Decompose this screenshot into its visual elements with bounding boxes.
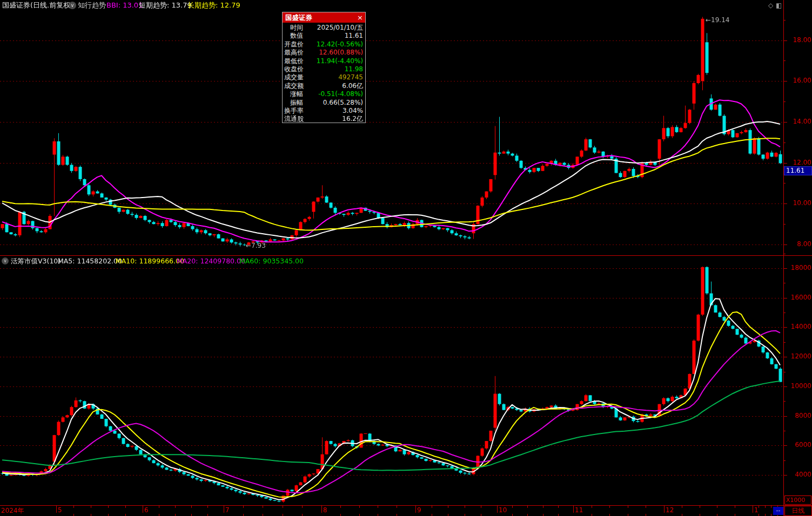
month-label: 7 [225, 506, 230, 514]
popup-row: 换手率3.04% [283, 107, 365, 115]
popup-row-label: 换手率 [284, 107, 304, 115]
axis-label: 16000 [786, 294, 811, 301]
popup-rows: 时间2025/01/10/五数值11.61开盘价12.42(-0.56%)最高价… [283, 23, 365, 124]
scale-box: X1000 [784, 495, 811, 505]
popup-row-label: 时间 [290, 24, 303, 32]
axis-label: 14000 [786, 323, 811, 330]
popup-row-value: 2025/01/10/五 [317, 24, 363, 32]
panel-toggle-icon[interactable]: ◧ [776, 0, 782, 11]
ma5-value-label: MA5: 11458202.00 [58, 256, 122, 266]
popup-row: 开盘价12.42(-0.56%) [283, 40, 365, 49]
popup-row-label: 振幅 [290, 99, 303, 107]
popup-row-label: 开盘价 [284, 40, 304, 49]
axis-label: 6000 [786, 441, 811, 449]
ma60-value-label: MA60: 9035345.00 [239, 256, 304, 266]
ma20-value-label: MA20: 12409780.00 [177, 256, 245, 266]
trading-app-window: 国盛证券(日线.前复权) ∨ 知行趋势 BBI: 13.01 短期趋势: 13.… [0, 0, 812, 516]
popup-row: 成交量492745 [283, 73, 365, 82]
popup-row-value: 16.2亿 [342, 115, 363, 123]
axis-label: 10000 [786, 382, 811, 390]
axis-label: 12000 [786, 352, 811, 360]
popup-row-value: 12.60(0.88%) [319, 49, 363, 57]
popup-row-label: 涨幅 [290, 90, 303, 98]
popup-row-value: 492745 [338, 73, 363, 82]
low-annotation: ←7.93 [246, 242, 266, 249]
popup-row: 振幅0.66(5.28%) [283, 99, 365, 107]
month-label: 6 [144, 506, 149, 514]
overlap-badge[interactable]: -- [773, 507, 783, 515]
popup-row-value: 6.06亿 [342, 82, 363, 90]
axis-label: 16.00 [786, 77, 811, 84]
popup-row-value: 3.04% [343, 107, 363, 115]
axis-label: 8.00 [786, 240, 811, 248]
symbol-title: 国盛证券(日线.前复权) [2, 0, 73, 11]
panel-divider-line[interactable] [0, 255, 812, 256]
popup-row-label: 数值 [290, 32, 303, 40]
popup-row-label: 收盘价 [284, 65, 304, 73]
month-label: 1 [754, 506, 759, 514]
price-panel-header: 国盛证券(日线.前复权) ∨ 知行趋势 BBI: 13.01 短期趋势: 13.… [0, 0, 812, 11]
popup-row: 成交额6.06亿 [283, 82, 365, 90]
axis-label: 14.00 [786, 118, 811, 125]
axis-label: 10.00 [786, 199, 811, 207]
axis-label: 18000 [786, 264, 811, 271]
popup-row-value: 12.42(-0.56%) [317, 40, 363, 49]
popup-row: 流通股16.2亿 [283, 115, 365, 123]
axis-label: 8000 [786, 412, 811, 419]
month-label: 8 [323, 506, 327, 514]
popup-row-value: 11.61 [345, 32, 363, 40]
popup-row-label: 最高价 [284, 49, 304, 57]
axis-label: 18.00 [786, 36, 811, 44]
popup-row-value: 11.98 [345, 65, 363, 73]
popup-row: 最高价12.60(0.88%) [283, 49, 365, 57]
popup-row-label: 最低价 [284, 57, 304, 65]
chevron-down-icon[interactable]: ∨ [2, 257, 9, 264]
popup-row: 收盘价11.98 [283, 65, 365, 73]
popup-row: 最低价11.94(-4.40%) [283, 57, 365, 65]
popup-title-bar[interactable]: 国盛证券 × [283, 12, 365, 23]
axis-vertical-line [783, 0, 784, 516]
month-label: 5 [58, 506, 62, 514]
diamond-icon[interactable]: ◇ [768, 0, 773, 11]
year-label: 2024年 [1, 506, 24, 515]
popup-row: 时间2025/01/10/五 [283, 24, 365, 32]
quote-info-popup[interactable]: 国盛证券 × 时间2025/01/10/五数值11.61开盘价12.42(-0.… [282, 12, 366, 123]
popup-title: 国盛证券 [285, 13, 312, 22]
popup-row-value: 11.94(-4.40%) [317, 57, 363, 65]
axis-label: 12.00 [786, 159, 811, 166]
chevron-down-icon[interactable]: ∨ [69, 2, 76, 9]
popup-row-value: 0.66(5.28%) [323, 99, 363, 107]
axis-label: 4000 [786, 471, 811, 478]
bbi-value-label: BBI: 13.01 [106, 0, 143, 11]
month-label: 10 [499, 506, 507, 514]
close-icon[interactable]: × [357, 12, 363, 23]
ma10-value-label: MA10: 11899666.00 [116, 256, 184, 266]
popup-row: 数值11.61 [283, 32, 365, 40]
last-value-badge: 11.61 [784, 166, 812, 175]
long-trend-label: 长期趋势: 12.79 [187, 0, 240, 11]
month-label: 11 [575, 506, 583, 514]
high-annotation: ←19.14 [706, 16, 729, 24]
month-label: 12 [666, 506, 674, 514]
popup-row-label: 成交量 [284, 73, 304, 82]
time-axis-line [0, 505, 812, 506]
period-selector[interactable]: 日线 [784, 506, 812, 516]
popup-row-value: -0.51(-4.08%) [318, 90, 363, 98]
indicator-panel-header: ∨ 活筹市值V3(10) MA5: 11458202.00 MA10: 1189… [0, 256, 782, 266]
month-label: 9 [417, 506, 421, 514]
popup-row: 涨幅-0.51(-4.08%) [283, 90, 365, 98]
indicator-name-label[interactable]: 知行趋势 [78, 0, 106, 11]
popup-row-label: 成交额 [284, 82, 304, 90]
popup-row-label: 流通股 [284, 115, 304, 123]
short-trend-label: 短期趋势: 13.79 [139, 0, 192, 11]
indicator-panel-name[interactable]: 活筹市值V3(10) [11, 256, 61, 266]
